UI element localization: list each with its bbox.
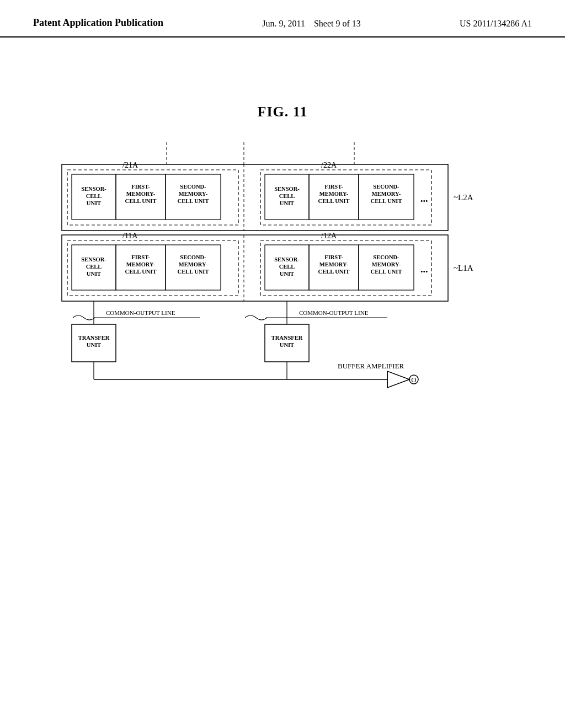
svg-rect-39 — [166, 245, 221, 290]
header-center: Jun. 9, 2011 Sheet 9 of 13 — [262, 17, 361, 31]
group-11a-label: /11A — [122, 232, 138, 240]
svg-text:SENSOR-: SENSOR- — [81, 256, 106, 263]
patent-number: US 2011/134286 A1 — [460, 17, 532, 31]
svg-text:CELL UNIT: CELL UNIT — [178, 198, 209, 204]
svg-text:MEMORY-: MEMORY- — [126, 261, 156, 267]
svg-rect-47 — [309, 245, 359, 290]
svg-text:MEMORY-: MEMORY- — [319, 191, 349, 197]
svg-text:CELL UNIT: CELL UNIT — [178, 269, 209, 275]
svg-text:CELL: CELL — [279, 193, 295, 199]
figure-title: FIG. 11 — [0, 104, 565, 120]
svg-text:FIRST-: FIRST- — [324, 254, 343, 260]
svg-text:SECOND-: SECOND- — [180, 184, 206, 190]
svg-text:CELL: CELL — [86, 264, 102, 270]
svg-text:UNIT: UNIT — [87, 200, 101, 206]
svg-text:CELL UNIT: CELL UNIT — [318, 269, 350, 275]
publication-date: Jun. 9, 2011 — [262, 19, 305, 28]
diagram-svg: ~L2A /21A /22A SENSOR- CELL UNIT FIRST- … — [56, 142, 509, 440]
svg-text:FIRST-: FIRST- — [131, 184, 150, 190]
transfer-unit-left: TRANSFER — [78, 335, 110, 341]
common-output-line-label-left: COMMON-OUTPUT LINE — [106, 309, 175, 316]
transfer-unit-right: TRANSFER — [271, 335, 303, 341]
svg-text:SECOND-: SECOND- — [180, 254, 206, 260]
svg-text:CELL UNIT: CELL UNIT — [318, 198, 350, 204]
buffer-amplifier-label: BUFFER AMPLIFIER — [338, 362, 404, 370]
cell-21a-sensor: SENSOR- — [81, 186, 106, 192]
svg-rect-22 — [359, 174, 414, 220]
svg-rect-18 — [309, 174, 359, 220]
common-output-line-label-right: COMMON-OUTPUT LINE — [299, 309, 369, 316]
svg-text:FIRST-: FIRST- — [131, 254, 150, 260]
svg-text:CELL: CELL — [279, 264, 295, 270]
svg-text:UNIT: UNIT — [87, 342, 101, 348]
svg-text:UNIT: UNIT — [280, 200, 294, 206]
svg-text:SENSOR-: SENSOR- — [274, 186, 300, 192]
svg-text:MEMORY-: MEMORY- — [372, 191, 401, 197]
group-21a-label: /21A — [122, 161, 138, 169]
publication-title: Patent Application Publication — [33, 17, 163, 29]
page-header: Patent Application Publication Jun. 9, 2… — [0, 0, 565, 38]
svg-rect-51 — [359, 245, 414, 290]
svg-text:MEMORY-: MEMORY- — [179, 261, 208, 267]
svg-rect-10 — [166, 174, 221, 220]
diagram-area: ~L2A /21A /22A SENSOR- CELL UNIT FIRST- … — [56, 142, 509, 442]
svg-text:UNIT: UNIT — [280, 342, 294, 348]
svg-text:CELL UNIT: CELL UNIT — [125, 269, 157, 275]
svg-text:MEMORY-: MEMORY- — [372, 261, 401, 267]
l2a-label: ~L2A — [454, 193, 473, 202]
buffer-amplifier-triangle — [387, 371, 409, 388]
sheet-info: Sheet 9 of 13 — [314, 19, 361, 28]
svg-text:MEMORY-: MEMORY- — [319, 261, 349, 267]
group-12a-label: /12A — [321, 232, 337, 240]
svg-text:CELL UNIT: CELL UNIT — [125, 198, 157, 204]
svg-text:CELL UNIT: CELL UNIT — [371, 198, 402, 204]
output-label: O — [411, 376, 416, 384]
svg-rect-6 — [116, 174, 166, 220]
svg-text:...: ... — [420, 193, 428, 204]
svg-text:FIRST-: FIRST- — [324, 184, 343, 190]
svg-text:UNIT: UNIT — [87, 271, 101, 277]
svg-text:MEMORY-: MEMORY- — [179, 191, 208, 197]
l1a-label: ~L1A — [454, 264, 473, 272]
svg-text:CELL: CELL — [86, 193, 102, 199]
svg-text:SECOND-: SECOND- — [373, 184, 399, 190]
svg-text:UNIT: UNIT — [280, 271, 294, 277]
svg-text:...: ... — [420, 264, 428, 275]
svg-text:SECOND-: SECOND- — [373, 254, 399, 260]
group-22a-label: /22A — [321, 161, 337, 169]
svg-text:MEMORY-: MEMORY- — [126, 191, 156, 197]
svg-text:SENSOR-: SENSOR- — [274, 256, 300, 263]
svg-rect-35 — [116, 245, 166, 290]
svg-text:CELL UNIT: CELL UNIT — [371, 269, 402, 275]
